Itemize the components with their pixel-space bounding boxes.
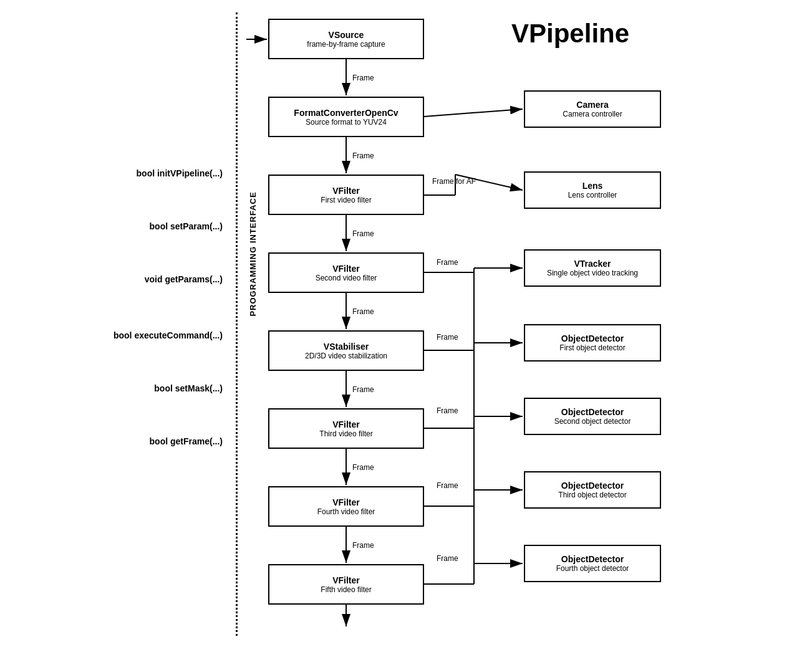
box-object-detector-1: ObjectDetector First object detector: [524, 324, 661, 362]
box-object-detector-2-title: ObjectDetector: [561, 407, 624, 417]
svg-text:Frame: Frame: [352, 307, 374, 316]
box-vfilter-3-title: VFilter: [332, 419, 360, 429]
svg-text:Frame: Frame: [437, 554, 458, 563]
box-vfilter-2-title: VFilter: [332, 264, 360, 274]
svg-text:Frame: Frame: [352, 229, 374, 238]
box-vfilter-2-sub: Second video filter: [316, 274, 377, 282]
page-title: VPipeline: [511, 19, 629, 49]
diagram-container: VPipeline PROGRAMMING INTERFACE bool ini…: [0, 0, 812, 647]
box-vsource-title: VSource: [329, 30, 364, 40]
svg-text:Frame: Frame: [352, 463, 374, 472]
box-vfilter-5: VFilter Fifth video filter: [268, 564, 424, 605]
api-label-getparams: void getParams(...): [145, 274, 223, 284]
box-camera-sub: Camera controller: [563, 110, 622, 118]
box-vstabiliser-sub: 2D/3D video stabilization: [305, 352, 387, 360]
box-vfilter-4-sub: Fourth video filter: [317, 507, 375, 516]
box-vfilter-5-title: VFilter: [332, 575, 360, 585]
svg-line-20: [455, 175, 523, 190]
box-object-detector-4: ObjectDetector Fourth object detector: [524, 545, 661, 582]
svg-text:Frame: Frame: [437, 481, 458, 490]
api-label-executecommand: bool executeCommand(...): [114, 330, 223, 340]
box-vfilter-1: VFilter First video filter: [268, 175, 424, 215]
box-format-converter: FormatConverterOpenCv Source format to Y…: [268, 97, 424, 137]
box-vfilter-2: VFilter Second video filter: [268, 252, 424, 293]
box-vfilter-4: VFilter Fourth video filter: [268, 486, 424, 527]
box-format-converter-sub: Source format to YUV24: [306, 118, 387, 127]
svg-line-17: [424, 109, 523, 117]
box-vstabiliser: VStabiliser 2D/3D video stabilization: [268, 330, 424, 371]
box-vstabiliser-title: VStabiliser: [324, 342, 369, 352]
box-object-detector-3-title: ObjectDetector: [561, 481, 624, 491]
svg-text:Frame: Frame: [352, 385, 374, 394]
box-object-detector-4-sub: Fourth object detector: [556, 564, 629, 573]
box-vfilter-3: VFilter Third video filter: [268, 408, 424, 449]
box-object-detector-1-title: ObjectDetector: [561, 333, 624, 343]
api-label-getframe: bool getFrame(...): [150, 436, 223, 446]
box-vfilter-5-sub: Fifth video filter: [321, 585, 371, 594]
box-vsource-sub: frame-by-frame capture: [307, 40, 385, 49]
box-vtracker: VTracker Single object video tracking: [524, 249, 661, 287]
svg-text:Frame: Frame: [437, 258, 458, 267]
box-lens: Lens Lens controller: [524, 171, 661, 209]
api-label-setmask: bool setMask(...): [154, 383, 223, 393]
box-camera: Camera Camera controller: [524, 90, 661, 128]
box-vsource: VSource frame-by-frame capture: [268, 19, 424, 59]
programming-interface-label: PROGRAMMING INTERFACE: [248, 191, 258, 316]
box-vfilter-3-sub: Third video filter: [319, 429, 372, 438]
svg-text:Frame: Frame: [352, 74, 374, 82]
svg-text:Frame: Frame: [352, 151, 374, 160]
box-vfilter-1-title: VFilter: [332, 186, 360, 196]
dotted-divider: [236, 12, 238, 636]
box-vfilter-4-title: VFilter: [332, 497, 360, 507]
box-object-detector-1-sub: First object detector: [559, 343, 625, 352]
box-vfilter-1-sub: First video filter: [321, 196, 371, 204]
box-object-detector-2-sub: Second object detector: [554, 417, 631, 426]
svg-text:Frame: Frame: [437, 333, 458, 342]
box-lens-title: Lens: [582, 181, 603, 191]
box-lens-sub: Lens controller: [568, 191, 617, 199]
box-object-detector-4-title: ObjectDetector: [561, 554, 624, 564]
svg-text:Frame: Frame: [437, 406, 458, 415]
box-object-detector-3: ObjectDetector Third object detector: [524, 471, 661, 509]
api-label-init: bool initVPipeline(...): [137, 168, 223, 178]
box-object-detector-3-sub: Third object detector: [558, 491, 626, 499]
box-format-converter-title: FormatConverterOpenCv: [294, 108, 398, 118]
svg-text:Frame for AF: Frame for AF: [432, 177, 476, 186]
box-vtracker-title: VTracker: [574, 259, 611, 269]
svg-text:Frame: Frame: [352, 541, 374, 550]
api-label-setparam: bool setParam(...): [150, 221, 223, 231]
box-object-detector-2: ObjectDetector Second object detector: [524, 398, 661, 435]
box-vtracker-sub: Single object video tracking: [547, 269, 638, 277]
box-camera-title: Camera: [576, 100, 608, 110]
